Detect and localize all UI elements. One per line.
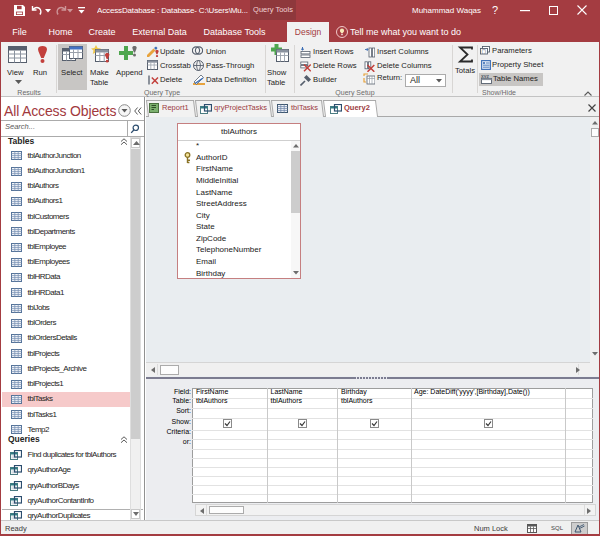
svg-text:("): (") bbox=[482, 49, 487, 54]
svg-text:xyz: xyz bbox=[481, 73, 490, 79]
